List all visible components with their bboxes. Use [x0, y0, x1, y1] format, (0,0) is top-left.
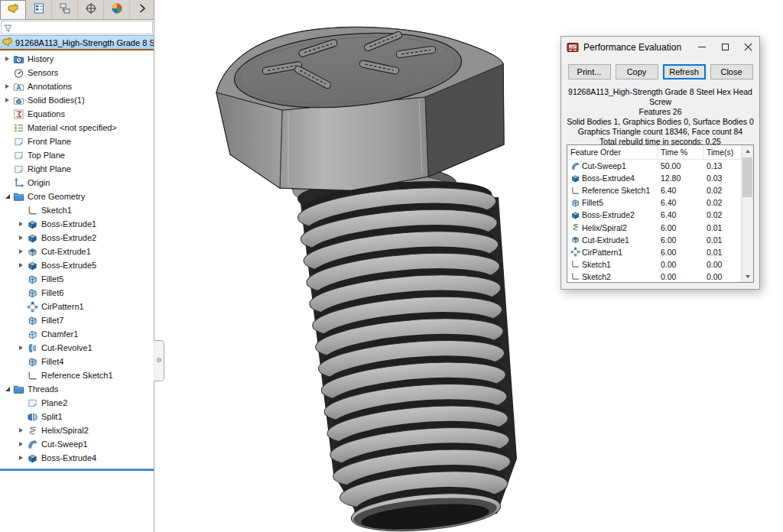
tree-item-label: Boss-Extrude1: [41, 219, 96, 229]
featuremanager-design-tree-tab[interactable]: [0, 0, 26, 19]
table-row-cut-sweep1[interactable]: Cut-Sweep150.000.13: [567, 160, 741, 172]
tree-item-boss-extrude5[interactable]: Boss-Extrude5: [0, 258, 154, 272]
tree-item-threads[interactable]: Threads: [0, 382, 154, 396]
tree-item-boss-extrude4[interactable]: Boss-Extrude4: [0, 451, 154, 465]
tree-item-fillet7[interactable]: Fillet7: [0, 313, 154, 327]
tree-item-fillet4[interactable]: Fillet4: [0, 355, 154, 368]
table-row-helix-spiral2[interactable]: Helix/Spiral26.000.01: [567, 221, 741, 233]
expand-collapsed-arrow[interactable]: [15, 235, 27, 240]
table-row-boss-extrude4[interactable]: Boss-Extrude412.800.03: [567, 172, 741, 184]
feature-name: Sketch1: [582, 260, 611, 269]
table-row-cirpattern1[interactable]: CirPattern16.000.01: [567, 246, 741, 258]
tree-item-cut-extrude1[interactable]: Cut-Extrude1: [0, 245, 154, 258]
expand-expanded-arrow[interactable]: [2, 194, 13, 199]
print-button[interactable]: Print...: [568, 64, 611, 79]
minimize-button[interactable]: [690, 37, 713, 57]
expand-tabs-chevron[interactable]: [131, 0, 154, 19]
table-row-boss-extrude2[interactable]: Boss-Extrude26.400.02: [567, 209, 741, 221]
dimxpert-manager-tab[interactable]: [78, 0, 104, 19]
fillet-icon: [27, 356, 38, 368]
refresh-button[interactable]: Refresh: [663, 64, 706, 79]
table-row-sketch2[interactable]: Sketch20.000.00: [567, 271, 741, 283]
table-scrollbar[interactable]: [741, 145, 753, 282]
scroll-up-arrow[interactable]: [742, 145, 753, 157]
part-document-icon: [0, 36, 15, 49]
tree-item-origin[interactable]: Origin: [0, 176, 154, 190]
featuremanager-panel: 91268A113_High-Strength Grade 8 Steel He…: [0, 0, 154, 532]
expand-collapsed-arrow[interactable]: [15, 263, 27, 268]
display-icon: [111, 2, 123, 18]
feature-cell: Sketch1: [567, 259, 658, 269]
expand-collapsed-arrow[interactable]: [15, 222, 27, 226]
expand-collapsed-arrow[interactable]: [15, 345, 27, 350]
tree-item-right-plane[interactable]: Right Plane: [0, 162, 154, 176]
tree-item-sensors[interactable]: Sensors: [0, 66, 154, 79]
tree-item-cut-sweep1[interactable]: Cut-Sweep1: [0, 437, 154, 451]
tree-item-plane2[interactable]: Plane2: [0, 396, 154, 410]
maximize-button[interactable]: [713, 37, 736, 57]
tree-root-part-row[interactable]: 91268A113_High-Strength Grade 8 Steel He…: [0, 35, 154, 50]
cut-sweep-icon: [570, 161, 580, 171]
rollback-bar[interactable]: [0, 469, 154, 471]
tree-item-top-plane[interactable]: Top Plane: [0, 148, 154, 162]
tree-item-annotations[interactable]: Annotations: [0, 79, 154, 93]
tree-item-reference-sketch1[interactable]: Reference Sketch1: [0, 368, 154, 382]
tree-item-split1[interactable]: Split1: [0, 410, 154, 423]
tree-item-cirpattern1[interactable]: CirPattern1: [0, 300, 154, 313]
tree-item-helix-spiral2[interactable]: Helix/Spiral2: [0, 423, 154, 437]
close-button[interactable]: [736, 37, 759, 57]
display-manager-tab[interactable]: [104, 0, 130, 19]
property-manager-tab[interactable]: [26, 0, 52, 19]
expand-collapsed-arrow[interactable]: [15, 428, 27, 433]
tree-item-boss-extrude2[interactable]: Boss-Extrude2: [0, 231, 154, 245]
expand-collapsed-arrow[interactable]: [15, 456, 27, 460]
tree-item-material-not-specified-[interactable]: Material <not specified>: [0, 121, 154, 135]
scroll-down-arrow[interactable]: [742, 271, 753, 282]
scroll-thumb[interactable]: [742, 157, 752, 197]
feature-tree-filter[interactable]: [1, 21, 153, 34]
tree-item-fillet5[interactable]: Fillet5: [0, 272, 154, 286]
configuration-manager-tab[interactable]: [52, 0, 78, 19]
tree-item-label: Fillet5: [41, 274, 63, 284]
tree-item-boss-extrude1[interactable]: Boss-Extrude1: [0, 217, 154, 231]
tree-item-equations[interactable]: Equations: [0, 107, 154, 121]
tree-item-fillet6[interactable]: Fillet6: [0, 286, 154, 300]
tree-item-core-geometry[interactable]: Core Geometry: [0, 190, 154, 203]
column-header-time-[interactable]: Time %: [658, 145, 703, 159]
tree-item-history[interactable]: History: [0, 52, 154, 66]
expand-collapsed-arrow[interactable]: [2, 57, 13, 61]
copy-button[interactable]: Copy: [616, 64, 658, 79]
cirpattern-icon: [27, 301, 38, 313]
fillet-icon: [27, 315, 38, 326]
close-button[interactable]: Close: [710, 64, 753, 79]
history-icon: [13, 54, 24, 65]
tree-item-sketch1[interactable]: Sketch1: [0, 203, 154, 217]
expand-collapsed-arrow[interactable]: [15, 249, 27, 254]
column-header-time-s-[interactable]: Time(s): [703, 145, 740, 159]
tree-item-label: Fillet7: [41, 316, 63, 325]
expand-collapsed-arrow[interactable]: [2, 84, 13, 89]
table-row-fillet5[interactable]: Fillet56.400.02: [567, 196, 741, 209]
maximize-icon: [722, 44, 729, 50]
tree-item-chamfer1[interactable]: Chamfer1: [0, 327, 154, 341]
tree-item-label: Boss-Extrude4: [41, 453, 96, 462]
time-s-cell: 0.02: [703, 198, 740, 207]
table-row-cut-extrude1[interactable]: Cut-Extrude16.000.01: [567, 234, 741, 246]
tree-item-front-plane[interactable]: Front Plane: [0, 135, 154, 148]
expand-expanded-arrow[interactable]: [2, 387, 13, 391]
cirpattern-icon: [570, 247, 580, 257]
table-row-reference-sketch1[interactable]: Reference Sketch16.400.02: [567, 184, 741, 196]
tree-item-label: History: [28, 54, 54, 63]
dialog-titlebar[interactable]: Performance Evaluation: [561, 37, 759, 57]
tree-item-label: Sketch1: [41, 206, 72, 215]
tree-item-solid-bodies-1-[interactable]: Solid Bodies(1): [0, 93, 154, 107]
panel-splitter-handle[interactable]: [154, 340, 164, 381]
sketch-icon: [570, 186, 580, 196]
expand-collapsed-arrow[interactable]: [15, 442, 27, 446]
boss-extrude-icon: [27, 219, 38, 230]
expand-collapsed-arrow[interactable]: [2, 98, 13, 102]
tree-item-label: Chamfer1: [41, 329, 78, 339]
table-row-sketch1[interactable]: Sketch10.000.00: [567, 258, 741, 271]
column-header-feature-order[interactable]: Feature Order: [567, 145, 658, 159]
tree-item-cut-revolve1[interactable]: Cut-Revolve1: [0, 341, 154, 355]
